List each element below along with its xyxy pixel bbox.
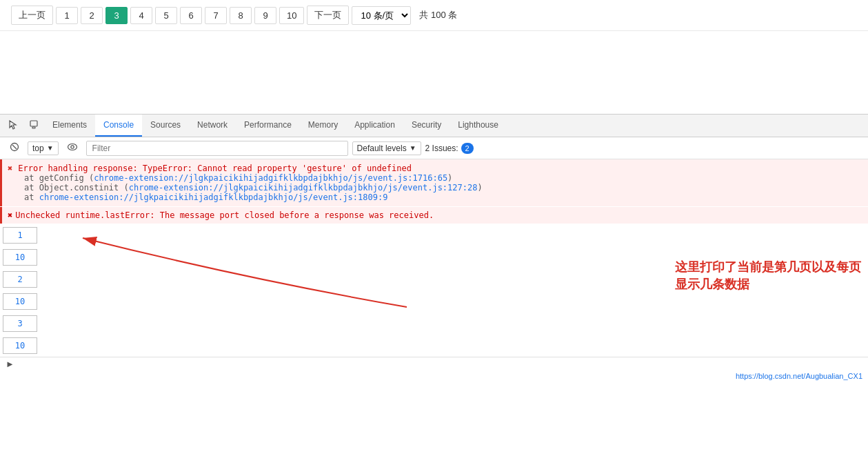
svg-point-5 (68, 144, 77, 150)
console-filter-input[interactable] (86, 141, 348, 156)
issues-count: 2 (461, 143, 474, 154)
console-error-1: ✖ Error handling response: TypeError: Ca… (0, 159, 868, 206)
tab-performance[interactable]: Performance (236, 115, 300, 137)
eye-icon-btn[interactable] (63, 141, 82, 155)
stack-link-3[interactable]: chrome-extension://jlgkpaicikihijadgifkl… (39, 193, 388, 202)
page-btn-3[interactable]: 3 (105, 7, 128, 24)
row-group-1-size: 10 (3, 249, 37, 266)
device-icon-btn[interactable] (23, 116, 44, 136)
stack-line-1: at getConfig (chrome-extension://jlgkpai… (24, 173, 862, 183)
page-btn-2[interactable]: 2 (81, 7, 103, 24)
row-group-3-page: 3 (3, 315, 37, 332)
row-groups: 1 10 2 10 3 10 (0, 224, 40, 357)
prompt-icon[interactable]: ► (6, 359, 14, 369)
annotation-container: 这里打印了当前是第几页以及每页 显示几条数据 (675, 259, 861, 293)
error-message-text-1: Error handling response: TypeError: Cann… (18, 164, 412, 173)
svg-rect-1 (30, 121, 37, 126)
pagination-bar: 上一页 1 2 3 4 5 6 7 8 9 10 下一页 10 条/页 20 条… (0, 0, 868, 31)
page-btn-5[interactable]: 5 (155, 7, 177, 24)
prev-page-btn[interactable]: 上一页 (11, 6, 53, 25)
annotation-arrow (41, 224, 455, 362)
row-group-2-size: 10 (3, 293, 37, 310)
inspect-icon-btn[interactable] (3, 116, 23, 136)
issues-label: 2 Issues: (425, 144, 458, 153)
row-group-2-page: 2 (3, 271, 37, 288)
page-btn-7[interactable]: 7 (205, 7, 227, 24)
console-toolbar: top ▼ Default levels ▼ 2 Issues: 2 (0, 137, 868, 159)
stack-line-3: at chrome-extension://jlgkpaicikihijadgi… (24, 193, 862, 202)
page-btn-10[interactable]: 10 (279, 7, 304, 24)
whitespace-area (0, 31, 868, 114)
tab-console[interactable]: Console (95, 115, 142, 137)
svg-line-4 (12, 145, 17, 149)
svg-marker-0 (10, 121, 16, 129)
page-btn-4[interactable]: 4 (130, 7, 152, 24)
issues-badge[interactable]: 2 Issues: 2 (425, 143, 474, 154)
error-icon-1: ✖ (8, 164, 12, 173)
svg-rect-2 (32, 127, 35, 128)
total-count: 共 100 条 (419, 9, 457, 21)
error-message-text-2: Unchecked runtime.lastError: The message… (15, 210, 434, 220)
context-label: top (32, 144, 44, 153)
clear-console-btn[interactable] (6, 140, 23, 156)
log-levels-selector[interactable]: Default levels ▼ (352, 141, 421, 155)
output-area: 1 10 2 10 3 10 (0, 224, 868, 357)
stack-line-2: at Object.constinit (chrome-extension://… (24, 183, 862, 193)
devtools-tab-bar: Elements Console Sources Network Perform… (0, 115, 868, 137)
page-btn-9[interactable]: 9 (254, 7, 276, 24)
row-group-1-page: 1 (3, 227, 37, 244)
row-group-3-size: 10 (3, 337, 37, 354)
tab-network[interactable]: Network (189, 115, 236, 137)
svg-point-6 (70, 146, 73, 148)
console-main: ✖ Error handling response: TypeError: Ca… (0, 159, 868, 382)
next-page-btn[interactable]: 下一页 (307, 6, 349, 25)
page-btn-1[interactable]: 1 (56, 7, 78, 24)
context-selector[interactable]: top ▼ (28, 141, 59, 155)
tab-elements[interactable]: Elements (44, 115, 95, 137)
context-arrow-icon: ▼ (47, 144, 54, 152)
levels-label: Default levels (357, 144, 407, 153)
tab-security[interactable]: Security (403, 115, 450, 137)
page-btn-6[interactable]: 6 (180, 7, 202, 24)
annotation-text-line1: 这里打印了当前是第几页以及每页 (675, 259, 861, 276)
tab-lighthouse[interactable]: Lighthouse (450, 115, 507, 137)
per-page-select[interactable]: 10 条/页 20 条/页 50 条/页 (352, 6, 411, 25)
devtools-panel: Elements Console Sources Network Perform… (0, 114, 868, 382)
annotation-text-line2: 显示几条数据 (675, 276, 861, 293)
tab-memory[interactable]: Memory (300, 115, 346, 137)
error-icon-2: ✖ (8, 210, 12, 220)
tab-sources[interactable]: Sources (142, 115, 189, 137)
stack-link-1[interactable]: chrome-extension://jlgkpaicikihijadgifkl… (94, 173, 447, 183)
page-btn-8[interactable]: 8 (230, 7, 252, 24)
levels-arrow-icon: ▼ (410, 144, 416, 152)
tab-application[interactable]: Application (346, 115, 403, 137)
console-error-2: ✖ Unchecked runtime.lastError: The messa… (0, 207, 868, 224)
url-bar: https://blog.csdn.net/Augbualian_CX1 (0, 371, 868, 382)
stack-link-2[interactable]: chrome-extension://jlgkpaicikihijadgifkl… (129, 183, 478, 193)
